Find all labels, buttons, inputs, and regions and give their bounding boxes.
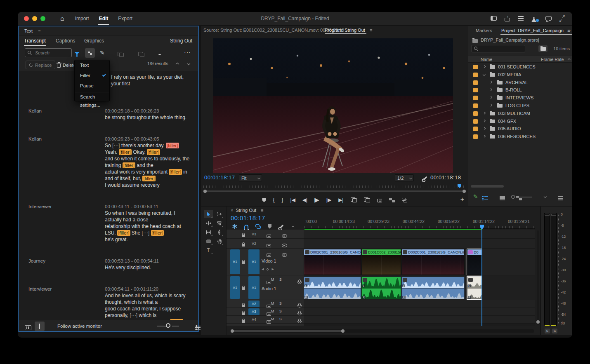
color-label-swatch[interactable] — [473, 88, 478, 92]
project-file-name[interactable]: DRYP_Fall_Campaign.prproj — [481, 38, 539, 42]
voice-over-mic-icon[interactable] — [298, 311, 301, 314]
filler-badge[interactable]: [filler] — [169, 169, 182, 175]
track-target-a1[interactable]: A1 — [248, 276, 260, 299]
tab-export[interactable]: Export — [118, 16, 132, 21]
monitor-playhead[interactable] — [458, 184, 461, 188]
sort-options-icon[interactable] — [558, 196, 563, 200]
sync-lock-icon[interactable] — [267, 312, 271, 316]
multi-camera-icon[interactable] — [402, 198, 407, 202]
rectangle-tool[interactable] — [204, 237, 213, 245]
filler-badge[interactable]: [filler] — [147, 149, 160, 155]
export-frame-icon[interactable] — [377, 199, 382, 202]
current-timecode[interactable]: 00:01:18:17 — [204, 174, 235, 181]
bin-row[interactable]: LOG CLIPS — [468, 102, 573, 110]
sort-chevron-icon[interactable] — [544, 195, 546, 197]
track-header-v3[interactable]: V3 — [227, 230, 304, 239]
mute-button[interactable]: M — [271, 277, 274, 282]
transcript-timecode[interactable]: 00:00:26:23 - 00:00:43:05 — [105, 136, 192, 142]
track-header-a4[interactable]: A4 M S — [227, 316, 304, 324]
video-clip[interactable]: E001C002_230815CU_ — [361, 249, 401, 275]
track-header-v2[interactable]: V2 — [227, 239, 304, 249]
mark-out-button[interactable]: } — [282, 197, 283, 203]
bin-chevron-icon[interactable] — [489, 104, 492, 106]
next-result-icon[interactable] — [187, 62, 190, 65]
keyframe-navigator[interactable]: ◀▶ — [262, 268, 274, 271]
monitor-zoom-bar[interactable] — [203, 190, 466, 193]
workspace-layout-icon[interactable] — [491, 16, 497, 21]
transcript-timecode[interactable]: 00:00:54:11 - 00:01:11:20 — [105, 286, 192, 292]
timeline-playhead-line[interactable] — [481, 225, 482, 326]
previous-result-icon[interactable] — [176, 63, 179, 66]
color-label-swatch[interactable] — [473, 80, 478, 85]
hscroll-handle-left[interactable] — [231, 329, 234, 333]
color-label-swatch[interactable] — [473, 134, 478, 139]
nest-sequences-icon[interactable] — [232, 224, 237, 229]
slip-tool[interactable] — [204, 228, 213, 236]
column-header-frame-rate[interactable]: Frame Rate — [541, 57, 564, 62]
fx-badge-icon[interactable] — [305, 250, 309, 254]
video-clip[interactable]: D002C001_230816SG_CANON.mov [V] — [401, 249, 465, 275]
color-label-swatch[interactable] — [473, 103, 478, 108]
bin-chevron-icon[interactable] — [483, 127, 485, 129]
filler-badge-active[interactable]: [filler] — [166, 143, 179, 148]
mute-button[interactable]: M — [271, 301, 274, 305]
close-icon[interactable]: × — [231, 208, 233, 213]
ripple-edit-tool[interactable] — [204, 219, 213, 227]
color-label-swatch[interactable] — [473, 111, 478, 116]
transcript-row[interactable]: Keilan00:00:26:23 - 00:00:43:05So [⋯] th… — [19, 136, 198, 188]
track-header-a2[interactable]: A2 M S — [227, 300, 304, 308]
source-patch-v1[interactable]: V1 — [230, 249, 240, 274]
zoom-slider-knob[interactable] — [511, 195, 515, 199]
bin-chevron-icon[interactable] — [483, 112, 485, 114]
tab-captions[interactable]: Captions — [56, 38, 75, 44]
color-label-swatch[interactable] — [473, 127, 478, 131]
transcript-settings-toggle[interactable] — [85, 48, 95, 58]
go-to-out-button[interactable]: ▶| — [338, 197, 343, 203]
video-clip[interactable]: D0 — [467, 249, 482, 275]
toggle-output-eye-icon[interactable] — [282, 244, 287, 247]
solo-right-button[interactable]: S — [552, 329, 557, 333]
transcript-row[interactable]: Interviewer00:00:43:11 - 00:00:53:11So w… — [19, 203, 198, 243]
hand-tool[interactable] — [215, 237, 224, 245]
transcript-row[interactable]: Journey00:00:53:13 - 00:00:54:11He's ver… — [19, 258, 198, 271]
source-monitor-tab[interactable]: Source: String Out: E001C002_230815CU_CA… — [203, 28, 344, 33]
bin-chevron-icon[interactable] — [483, 73, 485, 75]
writable-pencil-icon[interactable]: ✎ — [473, 193, 478, 200]
panel-menu-icon[interactable]: ≡ — [261, 208, 263, 213]
zoom-traffic-button[interactable] — [40, 16, 45, 21]
lane-v3[interactable] — [304, 230, 535, 239]
bin-name[interactable]: LOG CLIPS — [505, 103, 529, 108]
comparison-view-icon[interactable] — [389, 198, 395, 202]
fullscreen-icon[interactable] — [559, 16, 565, 21]
fx-badge-icon[interactable] — [468, 250, 473, 254]
color-label-swatch[interactable] — [473, 96, 478, 100]
audio-clip[interactable]: LR — [304, 277, 361, 299]
bin-chevron-icon[interactable] — [489, 96, 492, 99]
transcript-timecode[interactable]: 00:00:53:13 - 00:00:54:11 — [105, 258, 192, 264]
sync-lock-icon[interactable] — [267, 254, 271, 257]
bin-chevron-icon[interactable] — [483, 120, 485, 122]
tab-transcript[interactable]: Transcript — [24, 38, 46, 44]
workspaces-icon[interactable] — [518, 16, 524, 21]
timeline-ruler[interactable]: :00:0000:00:14:2300:00:29:2300:00:44:220… — [304, 218, 535, 229]
bin-row[interactable]: 005 AUDIO — [468, 125, 573, 133]
lock-icon[interactable] — [242, 312, 245, 315]
caption-blocks-icon[interactable] — [25, 325, 31, 330]
timeline-hscrollbar[interactable] — [231, 329, 534, 333]
lock-icon[interactable] — [242, 235, 245, 237]
project-search-input[interactable] — [480, 46, 522, 52]
sequence-tab[interactable]: ×String Out ≡ — [231, 208, 263, 213]
selection-tool[interactable] — [204, 210, 213, 218]
filter-menu-search-settings[interactable]: Search settings... — [75, 93, 109, 102]
captions-badge-icon[interactable] — [158, 54, 161, 55]
toggle-output-eye-icon[interactable] — [282, 253, 287, 257]
filter-menu-item[interactable]: Pause — [75, 81, 109, 91]
panel-menu-icon[interactable]: ≡ — [370, 28, 372, 33]
fx-badge-icon[interactable] — [403, 278, 407, 282]
text-size-slider-track[interactable] — [157, 326, 166, 326]
pause-token[interactable]: [⋯] — [112, 143, 120, 148]
track-target-v1[interactable]: V1 — [248, 249, 260, 274]
track-target-a4[interactable]: A4 — [248, 316, 260, 323]
timeline-settings-wrench-icon[interactable] — [280, 224, 284, 228]
filter-icon[interactable] — [74, 52, 80, 57]
